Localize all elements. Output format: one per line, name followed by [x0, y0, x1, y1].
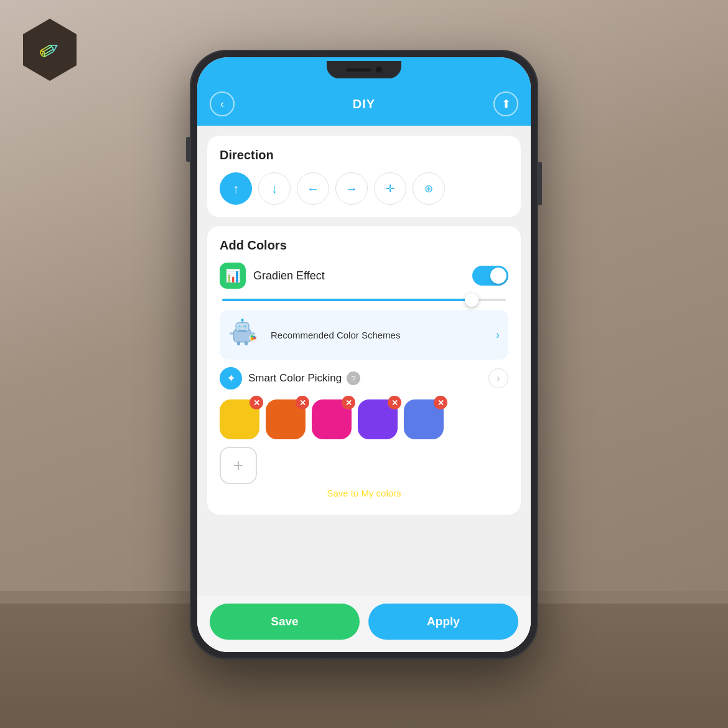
share-icon: ⬆: [502, 97, 511, 111]
swatches-row: ✕ ✕ ✕ ✕: [220, 399, 508, 439]
up-arrow-icon: ↑: [233, 182, 239, 196]
save-label: Save: [271, 615, 298, 628]
down-arrow-icon: ↓: [271, 182, 278, 196]
slider-thumb: [465, 293, 478, 307]
gradient-icon: 📊: [220, 263, 246, 289]
share-button[interactable]: ⬆: [493, 91, 518, 116]
app-icon: ✏: [19, 19, 81, 81]
robot-icon: [228, 317, 263, 352]
svg-point-5: [245, 325, 246, 327]
move-icon: ⊕: [424, 182, 433, 195]
svg-point-7: [241, 319, 243, 321]
notch-speaker: [346, 68, 371, 72]
slider-track: [222, 299, 506, 301]
swatch-purple-delete[interactable]: ✕: [388, 396, 401, 409]
dir-btn-left[interactable]: ←: [297, 172, 329, 205]
slider-fill: [222, 299, 472, 301]
smart-icon: ✦: [220, 367, 242, 390]
notch-bar: [197, 57, 531, 82]
chart-icon: 📊: [225, 268, 241, 283]
smart-row: ✦ Smart Color Picking ? ›: [220, 367, 508, 390]
phone-content: Direction ↑ ↓ ← →: [197, 126, 531, 652]
left-arrow-icon: ←: [307, 182, 319, 196]
back-icon: ‹: [220, 98, 224, 111]
scroll-area: Direction ↑ ↓ ← →: [197, 126, 531, 596]
dir-btn-down[interactable]: ↓: [258, 172, 291, 205]
notch: [327, 61, 401, 78]
swatch-yellow-wrap: ✕: [220, 399, 259, 439]
svg-point-3: [239, 325, 241, 327]
apply-label: Apply: [427, 615, 460, 628]
phone-screen: ‹ DIY ⬆ Direction ↑: [197, 57, 531, 652]
svg-rect-15: [230, 332, 234, 334]
recommend-chevron-icon: ›: [496, 329, 500, 342]
slider-row[interactable]: [220, 299, 508, 301]
header-nav: ‹ DIY ⬆: [197, 82, 531, 126]
gradient-toggle[interactable]: [472, 266, 508, 286]
compass-icon: ✦: [226, 371, 236, 385]
header-title: DIY: [353, 97, 375, 111]
gradient-row: 📊 Gradien Effect: [220, 263, 508, 289]
save-colors-hint[interactable]: Save to My colors: [220, 484, 508, 502]
swatch-yellow-delete[interactable]: ✕: [250, 396, 263, 409]
gradient-left: 📊 Gradien Effect: [220, 263, 325, 289]
notch-camera: [376, 67, 382, 73]
bottom-bar: Save Apply: [197, 596, 531, 652]
smart-chevron[interactable]: ›: [488, 368, 508, 388]
swatch-blue-wrap: ✕: [404, 399, 444, 439]
plus-icon: +: [233, 455, 243, 475]
right-arrow-icon: →: [345, 182, 358, 196]
add-color-button[interactable]: +: [220, 447, 257, 484]
swatch-orange-delete[interactable]: ✕: [296, 396, 309, 409]
question-badge[interactable]: ?: [347, 371, 360, 385]
dir-btn-expand[interactable]: ✛: [374, 172, 406, 205]
swatch-orange-wrap: ✕: [266, 399, 306, 439]
swatch-pink-delete[interactable]: ✕: [342, 396, 355, 409]
dir-btn-right[interactable]: →: [335, 172, 368, 205]
direction-title: Direction: [220, 148, 508, 162]
gradient-label: Gradien Effect: [253, 269, 325, 282]
svg-point-13: [253, 335, 255, 337]
toggle-thumb: [490, 268, 506, 284]
direction-card: Direction ↑ ↓ ← →: [207, 136, 521, 217]
direction-buttons: ↑ ↓ ← → ✛: [220, 172, 508, 205]
svg-rect-8: [238, 330, 247, 332]
smart-label: Smart Color Picking: [248, 372, 342, 385]
swatch-pink-wrap: ✕: [312, 399, 352, 439]
dir-btn-move[interactable]: ⊕: [413, 172, 445, 205]
phone-frame: ‹ DIY ⬆ Direction ↑: [190, 50, 538, 660]
svg-rect-16: [237, 341, 240, 345]
phone-header: ‹ DIY ⬆: [197, 57, 531, 126]
swatch-purple-wrap: ✕: [358, 399, 398, 439]
swatch-blue-delete[interactable]: ✕: [434, 396, 447, 409]
pencil-icon: ✏: [34, 32, 66, 68]
apply-button[interactable]: Apply: [368, 604, 518, 640]
colors-card: Add Colors 📊 Gradien Effect: [207, 226, 521, 515]
recommend-row[interactable]: Recommended Color Schemes ›: [220, 310, 508, 360]
save-button[interactable]: Save: [210, 604, 360, 640]
svg-point-12: [251, 337, 254, 340]
recommend-text: Recommended Color Schemes: [271, 330, 496, 340]
expand-icon: ✛: [386, 182, 394, 195]
svg-rect-14: [251, 332, 255, 334]
back-button[interactable]: ‹: [210, 91, 235, 116]
colors-title: Add Colors: [220, 238, 508, 253]
svg-rect-17: [245, 341, 248, 345]
dir-btn-up[interactable]: ↑: [220, 172, 252, 205]
